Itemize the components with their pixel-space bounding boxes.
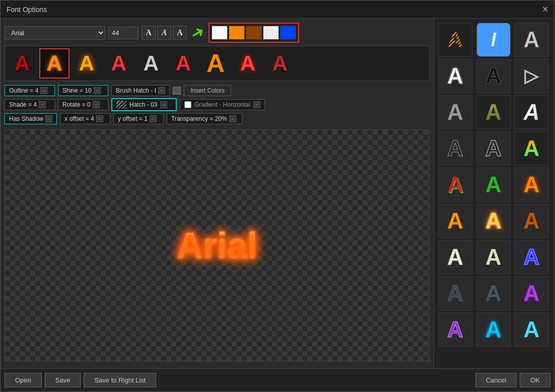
font-style-bold[interactable]: A [173, 26, 187, 40]
style-item-23[interactable]: A [476, 276, 511, 310]
style-item-21[interactable]: A [514, 240, 548, 274]
yoffset-decrease[interactable]: − [150, 115, 157, 122]
style-item-4[interactable]: A [438, 59, 472, 93]
title-bar: Font Options ✕ [1, 1, 554, 19]
hatch-decrease[interactable]: − [160, 101, 167, 108]
shadow-control: Has Shadow − [5, 113, 57, 124]
rotate-control: Rotate = 0 − [58, 99, 108, 110]
xoffset-control: x offset = 4 − [60, 113, 110, 124]
style-item-19[interactable]: A [438, 240, 472, 274]
letter-style-red[interactable]: A [7, 48, 37, 79]
hatch-pattern-icon [116, 101, 126, 109]
letter-style-red-outline[interactable]: A [168, 48, 198, 79]
shine-decrease[interactable]: − [94, 87, 101, 94]
swatch-white[interactable] [212, 26, 228, 40]
style-item-2[interactable]: I [476, 23, 511, 57]
brush-hatch-control: Brush Hatch - I − [111, 85, 170, 96]
style-item-12[interactable]: A [514, 131, 548, 166]
close-button[interactable]: ✕ [542, 5, 548, 14]
right-panel: A I A A A ▷ A A A A A A A A A A A A A [434, 19, 554, 368]
style-item-16[interactable]: A [438, 204, 472, 238]
style-item-9[interactable]: A [514, 95, 548, 129]
shade-label: Shade = 4 [9, 101, 37, 108]
style-item-11[interactable]: A [476, 131, 511, 166]
style-item-15[interactable]: A [514, 168, 548, 202]
shine-control: Shine = 10 − [58, 85, 108, 96]
letter-style-red-glow[interactable]: A [233, 48, 263, 79]
brushhatch-swatch[interactable] [173, 87, 181, 95]
outline-decrease[interactable]: − [40, 87, 47, 94]
insert-colors-button[interactable]: Insert Colors [184, 85, 231, 96]
letter-style-silver[interactable]: A [136, 48, 166, 79]
brush-hatch-label: Brush Hatch - I [116, 87, 156, 94]
left-panel: Arial A A A ➜ [1, 19, 434, 368]
style-item-7[interactable]: A [438, 95, 472, 129]
style-item-5[interactable]: A [476, 59, 511, 93]
style-item-3[interactable]: A [514, 23, 548, 57]
transparency-label: Transparency = 20% [171, 115, 227, 122]
letter-style-red-thin[interactable]: A [265, 48, 295, 79]
dialog-title: Font Options [7, 6, 47, 14]
cancel-button[interactable]: Cancel [475, 373, 517, 387]
style-item-18[interactable]: A [514, 204, 548, 238]
bottom-right-buttons: Cancel OK [475, 373, 550, 387]
ok-button[interactable]: OK [520, 373, 550, 387]
preview-area: Arial [5, 129, 430, 361]
style-item-1[interactable]: A [438, 23, 472, 57]
style-item-10[interactable]: A [438, 131, 472, 166]
save-right-button[interactable]: Save to Right List [84, 373, 156, 387]
font-row: Arial A A A ➜ [5, 23, 430, 43]
gradient-checkbox[interactable] [184, 101, 191, 108]
letter-preview-row: A A A A A A A A A [5, 46, 430, 81]
style-item-24[interactable]: A [514, 276, 548, 310]
brushhatch-decrease[interactable]: − [158, 87, 165, 94]
xoffset-decrease[interactable]: − [96, 115, 103, 122]
gradient-label: Gradient - Horizontal [194, 101, 250, 108]
letter-style-red-gradient[interactable]: A [104, 48, 134, 79]
shadow-label: Has Shadow [9, 115, 43, 122]
style-item-26[interactable]: A [476, 312, 511, 347]
style-item-17[interactable]: A [476, 204, 511, 238]
font-select[interactable]: Arial [5, 26, 105, 40]
green-arrow-icon: ➜ [187, 21, 208, 44]
xoffset-label: x offset = 4 [64, 115, 94, 122]
rotate-decrease[interactable]: − [93, 101, 100, 108]
font-size-input[interactable] [108, 27, 138, 39]
style-item-14[interactable]: A [476, 168, 511, 202]
shade-control: Shade = 4 − [5, 99, 55, 110]
style-item-27[interactable]: A [514, 312, 548, 347]
controls-row-3: Has Shadow − x offset = 4 − y offset = 1… [5, 113, 430, 124]
main-content: Arial A A A ➜ [1, 19, 554, 368]
yoffset-control: y offset = 1 − [113, 113, 164, 124]
hatch-control: Hatch - 03 − [111, 98, 177, 111]
letter-style-orange-solid[interactable]: A [200, 48, 231, 79]
style-item-22[interactable]: A [438, 276, 472, 310]
font-style-normal[interactable]: A [142, 26, 156, 40]
yoffset-label: y offset = 1 [118, 115, 148, 122]
gradient-decrease[interactable]: − [253, 101, 260, 108]
style-item-6[interactable]: ▷ [514, 59, 548, 93]
letter-style-orange-selected[interactable]: A [39, 48, 70, 79]
style-item-20[interactable]: A [476, 240, 511, 274]
outline-label: Outline = 4 [9, 87, 38, 94]
color-swatches [209, 23, 299, 43]
style-item-8[interactable]: A [476, 95, 511, 129]
transparency-control: Transparency = 20% − [167, 113, 242, 124]
swatch-lightgray[interactable] [263, 26, 279, 40]
open-button[interactable]: Open [5, 373, 42, 387]
swatch-orange[interactable] [229, 26, 245, 40]
style-item-25[interactable]: A [438, 312, 472, 347]
save-button[interactable]: Save [45, 373, 81, 387]
controls-row-1: Outline = 4 − Shine = 10 − Brush Hatch -… [5, 85, 430, 96]
swatch-brown[interactable] [246, 26, 262, 40]
transparency-decrease[interactable]: − [229, 115, 236, 122]
shade-decrease[interactable]: − [39, 101, 46, 108]
letter-style-orange-glow[interactable]: A [72, 48, 102, 79]
font-style-italic[interactable]: A [157, 26, 171, 40]
shadow-decrease[interactable]: − [45, 115, 52, 122]
swatch-blue[interactable] [280, 26, 296, 40]
bottom-left-buttons: Open Save Save to Right List [5, 373, 156, 387]
controls-row-2: Shade = 4 − Rotate = 0 − Hatch - 03 − Gr… [5, 98, 430, 111]
style-item-13[interactable]: A [438, 168, 472, 202]
preview-text: Arial [177, 225, 257, 266]
